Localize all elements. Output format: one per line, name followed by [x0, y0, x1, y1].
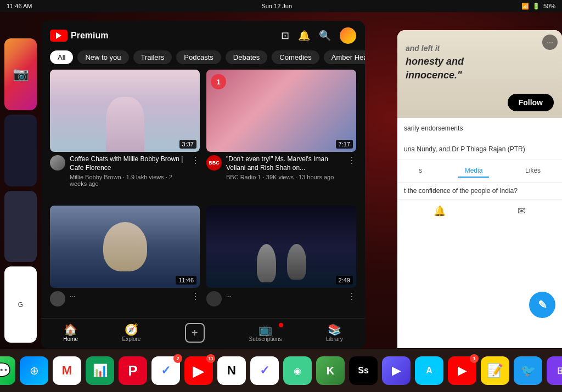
dock-kite[interactable]: K: [316, 356, 345, 385]
chip-all[interactable]: All: [50, 50, 73, 64]
video-title-biden: ...: [70, 291, 187, 300]
dock-gmail[interactable]: M: [53, 356, 81, 385]
notification-bell-icon[interactable]: 🔔: [434, 205, 446, 217]
dock-tasks[interactable]: ✓ 2: [151, 356, 180, 385]
nav-subscriptions-label: Subscriptions: [249, 336, 282, 342]
add-button[interactable]: +: [185, 323, 205, 343]
tweet-tab-likes[interactable]: Likes: [519, 164, 547, 178]
video-card-fight[interactable]: 2:49 ... ⋮: [206, 206, 356, 318]
tweet-more-button[interactable]: ···: [542, 35, 558, 50]
video-title-bbc: "Don't even try!" Ms. Marvel's Iman Vell…: [226, 155, 343, 172]
video-meta-millie: Coffee Chats with Millie Bobby Brown | C…: [50, 155, 200, 187]
tweet-tabs: s Media Likes: [397, 160, 562, 183]
video-title-millie: Coffee Chats with Millie Bobby Brown | C…: [70, 155, 187, 172]
nav-library-label: Library: [326, 336, 343, 342]
video-duration-fight: 2:49: [336, 276, 353, 285]
tweet-image: and left it honesty andinnocence." ··· F…: [397, 30, 562, 118]
tweet-text: and left it honesty andinnocence.": [406, 41, 543, 83]
tweet-bottom-actions: 🔔 ✉: [397, 199, 562, 223]
video-card-bbc[interactable]: 1 7:17 BBC "Don't even try!" Ms. Marvel'…: [206, 70, 356, 199]
tweet-tab-replies[interactable]: s: [412, 164, 429, 178]
video-more-bbc[interactable]: ⋮: [347, 155, 356, 166]
video-thumb-millie: 3:37: [50, 70, 200, 152]
dock-notion[interactable]: N: [217, 356, 246, 385]
chip-podcasts[interactable]: Podcasts: [176, 50, 221, 64]
explore-icon: 🧭: [125, 324, 138, 335]
video-info-bbc: "Don't even try!" Ms. Marvel's Iman Vell…: [226, 155, 343, 180]
chip-debates[interactable]: Debates: [226, 50, 267, 64]
youtube-bottom-nav: 🏠 Home 🧭 Explore + 📺 Subscriptions 📚 Lib…: [41, 318, 365, 349]
notification-icon[interactable]: 🔔: [298, 30, 310, 42]
channel-avatar-biden: [50, 291, 65, 306]
library-icon: 📚: [328, 324, 341, 335]
bg-card-2[interactable]: [4, 115, 37, 186]
dock-pinterest[interactable]: P: [119, 356, 147, 385]
video-duration-bbc: 7:17: [336, 140, 353, 149]
subscriptions-icon: 📺: [258, 324, 272, 335]
user-avatar[interactable]: [340, 27, 356, 44]
video-duration-biden: 11:46: [176, 276, 196, 285]
dock-checkmark[interactable]: ✓: [250, 356, 279, 385]
chip-amber-heard[interactable]: Amber Heard: [324, 50, 365, 64]
video-channel-millie: Millie Bobby Brown · 1.9 lakh views · 2 …: [70, 174, 187, 187]
dock-youtube2[interactable]: ▶ 1: [448, 356, 476, 385]
bg-card-3[interactable]: [4, 191, 37, 263]
nav-home-label: Home: [63, 336, 78, 342]
nav-explore-label: Explore: [122, 336, 141, 342]
video-info-fight: ...: [226, 291, 343, 302]
dock-combo[interactable]: ⊞: [547, 356, 562, 385]
video-more-millie[interactable]: ⋮: [191, 155, 200, 166]
status-bar: 11:46 AM Sun 12 Jun 📶 🔋 50%: [0, 0, 562, 12]
video-thumb-biden: 11:46: [50, 206, 200, 288]
nav-home[interactable]: 🏠 Home: [63, 324, 78, 342]
video-more-fight[interactable]: ⋮: [347, 291, 356, 302]
instagram-card[interactable]: 📷: [4, 38, 37, 110]
video-info-millie: Coffee Chats with Millie Bobby Brown | C…: [70, 155, 187, 187]
dock-messages[interactable]: 💬: [0, 356, 15, 385]
video-more-biden[interactable]: ⋮: [191, 291, 200, 302]
dock-apps-store[interactable]: ▶: [382, 356, 411, 385]
wifi-icon: 📶: [521, 3, 529, 10]
video-duration-millie: 3:37: [179, 140, 196, 149]
cast-icon[interactable]: ⊡: [281, 30, 289, 42]
home-icon: 🏠: [64, 324, 77, 335]
dock-alexa[interactable]: A: [415, 356, 443, 385]
dock-skillshare[interactable]: Ss: [349, 356, 378, 385]
nav-explore[interactable]: 🧭 Explore: [122, 324, 141, 342]
chip-trailers[interactable]: Trailers: [133, 50, 172, 64]
twitter-panel: and left it honesty andinnocence." ··· F…: [397, 30, 562, 348]
dock-duo[interactable]: ◉: [283, 356, 312, 385]
tasks-badge: 2: [173, 354, 182, 363]
dock: 💬 ⊕ M 📊 P ✓ 2 ▶ 11 N ✓ ◉ K Ss ▶ A ▶ 1 📝 …: [0, 349, 562, 392]
bg-card-4[interactable]: G: [4, 266, 37, 343]
channel-avatar-bbc: BBC: [206, 155, 222, 171]
chip-new-to-you[interactable]: New to you: [77, 50, 128, 64]
background-cards: 📷 G: [0, 33, 41, 348]
channel-avatar-millie: [50, 155, 65, 171]
youtube-logo: Premium: [50, 30, 108, 42]
dock-safari[interactable]: ⊕: [20, 356, 48, 385]
dock-youtube-red[interactable]: ▶ 11: [184, 356, 213, 385]
video-card-biden[interactable]: 11:46 ... ⋮: [50, 206, 200, 318]
status-time: 11:46 AM: [7, 3, 32, 9]
tweet-tab-media[interactable]: Media: [458, 164, 490, 178]
bbc-badge: 1: [211, 74, 226, 89]
dock-twitter[interactable]: 🐦: [514, 356, 542, 385]
follow-button[interactable]: Follow: [508, 94, 554, 111]
video-meta-bbc: BBC "Don't even try!" Ms. Marvel's Iman …: [206, 155, 356, 180]
status-date: Sun 12 Jun: [261, 3, 292, 9]
nav-add[interactable]: +: [185, 323, 205, 343]
youtube-header-icons: ⊡ 🔔 🔍: [281, 27, 356, 44]
filter-bar: All New to you Trailers Podcasts Debates…: [41, 50, 365, 70]
mail-icon[interactable]: ✉: [518, 205, 526, 217]
compose-fab-button[interactable]: ✎: [529, 292, 555, 318]
nav-library[interactable]: 📚 Library: [326, 324, 343, 342]
youtube-window: Premium ⊡ 🔔 🔍 All New to you Trailers Po…: [41, 21, 365, 349]
chip-comedies[interactable]: Comedies: [272, 50, 319, 64]
dock-notes[interactable]: 📝: [481, 356, 509, 385]
youtube-logo-icon: [50, 30, 68, 42]
video-card-millie[interactable]: 3:37 Coffee Chats with Millie Bobby Brow…: [50, 70, 200, 199]
search-icon[interactable]: 🔍: [319, 30, 331, 42]
dock-sheets[interactable]: 📊: [86, 356, 114, 385]
nav-subscriptions[interactable]: 📺 Subscriptions: [249, 324, 282, 342]
